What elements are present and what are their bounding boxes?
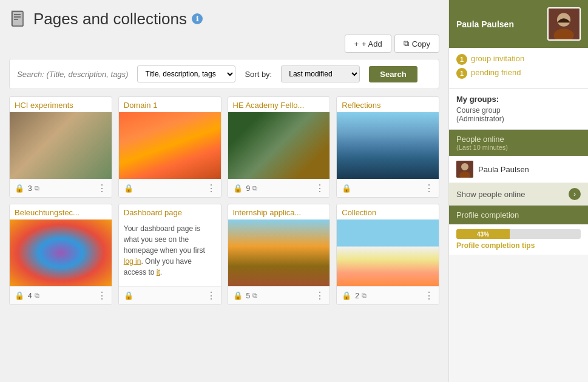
sidebar-username: Paula Paulsen xyxy=(456,19,541,29)
lock-icon: 🔒 xyxy=(342,184,351,193)
group-name[interactable]: Course group xyxy=(456,106,581,115)
pages-icon xyxy=(9,9,29,28)
card-he: HE Academy Fello... 🔒 9 ⧉ ⋮ xyxy=(228,96,331,198)
card-reflections: Reflections 🔒 ⋮ xyxy=(336,96,439,198)
lock-icon: 🔒 xyxy=(233,184,243,193)
copy-count-hci: 3 xyxy=(28,184,32,193)
card-footer-he: 🔒 9 ⧉ ⋮ xyxy=(228,179,330,197)
sort-select[interactable]: Last modified Title Date xyxy=(281,65,360,82)
copy-count-beleuchtung: 4 xyxy=(28,292,32,300)
lock-icon: 🔒 xyxy=(15,291,24,300)
log-in-link[interactable]: log in xyxy=(124,257,141,266)
show-people-online-link[interactable]: Show people online › xyxy=(449,183,588,206)
svg-rect-0 xyxy=(11,10,23,26)
progress-bar-bg: 43% xyxy=(456,229,581,239)
card-text-dashboard: Your dashboard page is what you see on t… xyxy=(119,219,221,286)
toolbar: + + Add ⧉ Copy xyxy=(9,35,439,53)
card-hci: HCI experiments 🔒 3 ⧉ ⋮ xyxy=(9,96,112,198)
lock-icon: 🔒 xyxy=(233,291,243,300)
search-label: Search: (Title, description, tags) xyxy=(17,70,128,79)
pending-friend-text: pending friend xyxy=(471,68,521,78)
more-options-icon[interactable]: ⋮ xyxy=(206,290,216,301)
search-select-wrapper[interactable]: Title, description, tags xyxy=(137,65,235,82)
plus-icon: + xyxy=(354,39,359,49)
card-image-he xyxy=(228,112,330,179)
profile-progress-container: 43% Profile completion tips xyxy=(449,224,588,255)
card-dashboard: Dashboard page Your dashboard page is wh… xyxy=(118,204,221,305)
card-title-domain: Domain 1 xyxy=(119,97,221,112)
card-internship: Internship applica... 🔒 5 ⧉ ⋮ xyxy=(228,204,331,305)
profile-completion-title: Profile completion xyxy=(456,210,581,219)
more-options-icon[interactable]: ⋮ xyxy=(97,290,107,301)
cards-grid: HCI experiments 🔒 3 ⧉ ⋮ Domain 1 🔒 ⋮ HE … xyxy=(9,96,439,305)
people-online-title: People online xyxy=(456,135,581,144)
more-options-icon[interactable]: ⋮ xyxy=(315,183,325,194)
copy-button[interactable]: ⧉ Copy xyxy=(394,35,439,53)
copies-icon: ⧉ xyxy=(35,184,39,192)
people-online-subtitle: (Last 10 minutes) xyxy=(456,144,581,151)
card-collection: Collection 🔒 2 ⧉ ⋮ xyxy=(336,204,439,305)
more-options-icon[interactable]: ⋮ xyxy=(424,183,434,194)
card-footer-dashboard: 🔒 ⋮ xyxy=(119,286,221,304)
toolbar-right: + + Add ⧉ Copy xyxy=(345,35,439,53)
add-label: + Add xyxy=(362,39,382,49)
show-people-label: Show people online xyxy=(456,190,525,199)
info-icon[interactable]: ℹ xyxy=(192,13,203,24)
copy-count-internship: 5 xyxy=(246,292,251,300)
card-footer-domain: 🔒 ⋮ xyxy=(119,179,221,197)
card-image-hci xyxy=(10,112,112,179)
progress-pct: 43% xyxy=(477,231,489,238)
card-image-reflections xyxy=(337,112,439,179)
group-invitation-item[interactable]: 1 group invitation xyxy=(456,54,581,65)
page-title: Pages and collections xyxy=(33,10,187,28)
pending-friend-badge: 1 xyxy=(456,68,467,79)
card-image-collection xyxy=(337,219,439,286)
search-hint: (Title, description, tags) xyxy=(46,70,128,79)
card-title-he: HE Academy Fello... xyxy=(228,97,330,112)
online-user-avatar xyxy=(456,161,473,178)
copy-count-he: 9 xyxy=(246,184,251,193)
lock-icon: 🔒 xyxy=(124,291,133,300)
card-footer-hci: 🔒 3 ⧉ ⋮ xyxy=(10,179,112,197)
avatar xyxy=(547,7,581,41)
more-options-icon[interactable]: ⋮ xyxy=(315,290,325,301)
lock-icon: 🔒 xyxy=(15,184,24,193)
search-button[interactable]: Search xyxy=(369,66,417,82)
sidebar-user: Paula Paulsen xyxy=(449,0,588,48)
my-groups-title: My groups: xyxy=(456,95,581,104)
card-domain: Domain 1 🔒 ⋮ xyxy=(118,96,221,198)
card-image-internship xyxy=(228,219,330,286)
card-title-hci: HCI experiments xyxy=(10,97,112,112)
people-online-header: People online (Last 10 minutes) xyxy=(449,130,588,156)
copies-icon: ⧉ xyxy=(252,292,257,300)
search-select[interactable]: Title, description, tags xyxy=(138,66,235,82)
copies-icon: ⧉ xyxy=(362,292,367,300)
online-user-item: Paula Paulsen xyxy=(449,156,588,183)
my-groups-section: My groups: Course group (Administrator) xyxy=(449,89,588,130)
card-title-dashboard: Dashboard page xyxy=(119,204,221,219)
more-options-icon[interactable]: ⋮ xyxy=(97,183,107,194)
group-role: (Administrator) xyxy=(456,115,581,123)
pending-friend-item[interactable]: 1 pending friend xyxy=(456,68,581,79)
copy-icon-btn: ⧉ xyxy=(404,39,409,49)
card-footer-internship: 🔒 5 ⧉ ⋮ xyxy=(228,286,330,304)
group-invitation-badge: 1 xyxy=(456,54,467,65)
it-link[interactable]: it xyxy=(157,268,160,276)
card-footer-collection: 🔒 2 ⧉ ⋮ xyxy=(337,286,439,304)
arrow-icon: › xyxy=(569,188,581,200)
copies-icon: ⧉ xyxy=(252,184,257,192)
lock-icon: 🔒 xyxy=(342,291,351,300)
lock-icon: 🔒 xyxy=(124,184,133,193)
group-invitation-section: 1 group invitation 1 pending friend xyxy=(449,48,588,89)
sort-label: Sort by: xyxy=(245,70,272,79)
add-button[interactable]: + + Add xyxy=(345,35,391,53)
copy-label: Copy xyxy=(412,39,430,49)
card-beleuchtung: Beleuchtungstec... 🔒 4 ⧉ ⋮ xyxy=(9,204,112,305)
profile-tips-label[interactable]: Profile completion tips xyxy=(456,241,581,250)
sidebar: Paula Paulsen 1 group invitation 1 pendi… xyxy=(448,0,588,382)
copies-icon: ⧉ xyxy=(35,292,39,300)
svg-point-9 xyxy=(461,163,468,170)
more-options-icon[interactable]: ⋮ xyxy=(206,183,216,194)
more-options-icon[interactable]: ⋮ xyxy=(424,290,434,301)
group-invitation-text: group invitation xyxy=(471,54,524,64)
